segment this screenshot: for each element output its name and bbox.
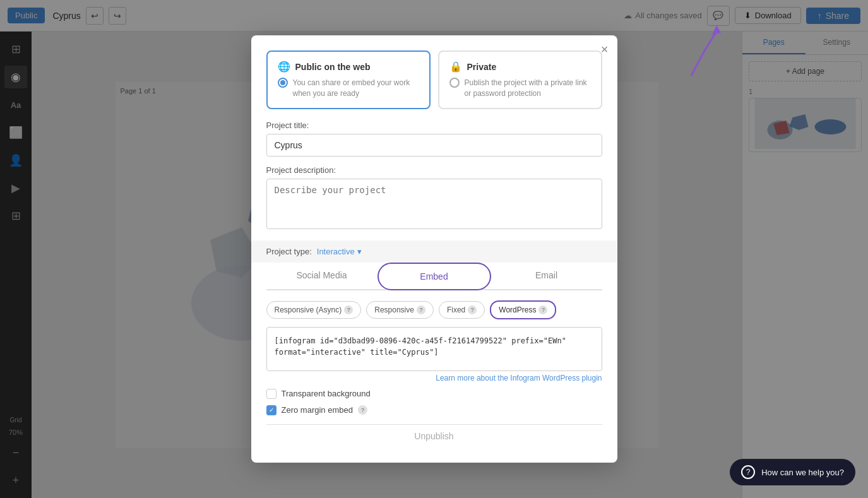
public-title: Public on the web [295, 62, 371, 72]
project-type-row: Project type: Interactive ▾ [251, 240, 617, 263]
transparent-bg-checkbox[interactable] [266, 389, 276, 399]
share-tabs: Social Media Embed Email [266, 263, 602, 290]
private-radio[interactable] [449, 78, 460, 88]
embed-code-box[interactable]: [infogram id="d3dbad99-0896-420c-a45f-f2… [266, 327, 602, 371]
subtab-responsive-async[interactable]: Responsive (Async) ? [266, 301, 362, 319]
modal-close-button[interactable]: × [601, 43, 609, 56]
transparent-bg-row: Transparent background [266, 389, 602, 399]
share-modal: × 🌐 Public on the web You can share or e… [251, 35, 617, 463]
help-bubble[interactable]: ? How can we help you? [730, 459, 855, 485]
responsive-async-help-icon[interactable]: ? [344, 305, 353, 314]
app-background: Public Cyprus ↩ ↪ ☁ All changes saved 💬 … [0, 0, 868, 498]
zero-margin-row: ✓ Zero margin embed ? [266, 405, 602, 415]
transparent-bg-label: Transparent background [282, 389, 371, 398]
fixed-help-icon[interactable]: ? [468, 305, 477, 314]
project-type-label: Project type: [266, 247, 312, 256]
project-type-value[interactable]: Interactive ▾ [317, 247, 362, 256]
zero-margin-help-icon[interactable]: ? [358, 405, 367, 415]
visibility-cards: 🌐 Public on the web You can share or emb… [266, 50, 602, 109]
wordpress-help-icon[interactable]: ? [538, 305, 547, 314]
embed-subtabs: Responsive (Async) ? Responsive ? Fixed … [266, 300, 602, 319]
tab-email[interactable]: Email [491, 263, 602, 290]
project-desc-input[interactable] [266, 179, 602, 229]
project-title-label: Project title: [266, 121, 602, 130]
project-desc-label: Project description: [266, 165, 602, 175]
private-title: Private [467, 62, 497, 72]
responsive-help-icon[interactable]: ? [417, 305, 425, 314]
project-title-input[interactable] [266, 134, 602, 157]
subtab-fixed[interactable]: Fixed ? [439, 301, 485, 319]
public-desc: You can share or embed your work when yo… [293, 78, 419, 99]
wordpress-learn-more[interactable]: Learn more about the Infogram WordPress … [266, 374, 602, 382]
visibility-public-card[interactable]: 🌐 Public on the web You can share or emb… [266, 50, 431, 109]
zero-margin-checkbox[interactable]: ✓ [266, 405, 276, 415]
unpublish-button[interactable]: Unpublish [266, 424, 602, 448]
zero-margin-label: Zero margin embed [282, 405, 353, 415]
tab-social-media[interactable]: Social Media [266, 263, 378, 290]
public-radio[interactable] [278, 78, 288, 88]
private-desc: Publish the project with a private link … [465, 78, 591, 99]
globe-icon: 🌐 [278, 61, 290, 73]
subtab-responsive[interactable]: Responsive ? [366, 301, 434, 319]
tab-embed[interactable]: Embed [378, 263, 491, 290]
help-bubble-icon: ? [741, 465, 755, 479]
lock-icon: 🔒 [449, 61, 462, 73]
project-desc-group: Project description: [266, 165, 602, 232]
help-bubble-label: How can we help you? [761, 468, 844, 477]
subtab-wordpress[interactable]: WordPress ? [490, 300, 556, 319]
modal-overlay[interactable]: × 🌐 Public on the web You can share or e… [0, 0, 868, 498]
visibility-private-card[interactable]: 🔒 Private Publish the project with a pri… [438, 50, 602, 109]
chevron-down-icon: ▾ [357, 247, 362, 256]
project-title-group: Project title: [266, 121, 602, 157]
